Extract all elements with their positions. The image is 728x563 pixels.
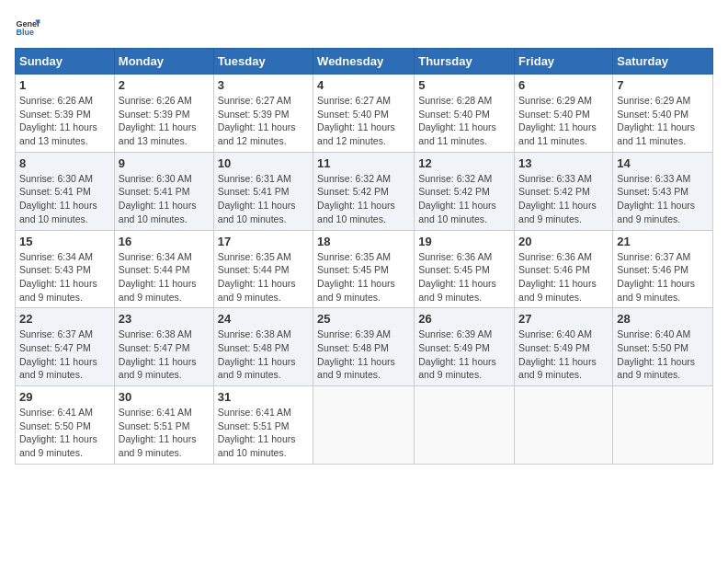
calendar-day-cell: 21Sunrise: 6:37 AMSunset: 5:46 PMDayligh… — [613, 230, 713, 308]
calendar-week-row: 8Sunrise: 6:30 AMSunset: 5:41 PMDaylight… — [16, 152, 713, 230]
logo: General Blue — [15, 15, 40, 40]
calendar-day-cell: 6Sunrise: 6:29 AMSunset: 5:40 PMDaylight… — [515, 75, 613, 153]
day-number: 19 — [418, 235, 510, 248]
calendar-day-cell: 30Sunrise: 6:41 AMSunset: 5:51 PMDayligh… — [114, 386, 213, 465]
day-number: 27 — [518, 312, 609, 326]
day-number: 11 — [317, 156, 410, 170]
day-info: Sunrise: 6:35 AMSunset: 5:44 PMDaylight:… — [218, 250, 309, 304]
day-number: 20 — [518, 235, 609, 248]
calendar-day-cell: 2Sunrise: 6:26 AMSunset: 5:39 PMDaylight… — [114, 75, 213, 153]
day-info: Sunrise: 6:36 AMSunset: 5:45 PMDaylight:… — [418, 250, 510, 304]
day-number: 6 — [518, 78, 609, 92]
calendar-table: SundayMondayTuesdayWednesdayThursdayFrid… — [15, 48, 713, 465]
day-info: Sunrise: 6:39 AMSunset: 5:48 PMDaylight:… — [317, 327, 410, 382]
day-number: 10 — [218, 156, 309, 170]
page-header: General Blue — [15, 15, 713, 40]
day-number: 25 — [317, 312, 410, 326]
calendar-day-cell — [313, 386, 415, 465]
calendar-day-cell: 23Sunrise: 6:38 AMSunset: 5:47 PMDayligh… — [114, 308, 213, 386]
day-number: 21 — [617, 235, 709, 248]
day-header-tuesday: Tuesday — [213, 49, 313, 75]
day-header-sunday: Sunday — [16, 49, 115, 75]
calendar-day-cell: 15Sunrise: 6:34 AMSunset: 5:43 PMDayligh… — [16, 230, 115, 308]
day-info: Sunrise: 6:26 AMSunset: 5:39 PMDaylight:… — [19, 94, 110, 148]
day-info: Sunrise: 6:28 AMSunset: 5:40 PMDaylight:… — [418, 94, 510, 148]
day-header-monday: Monday — [114, 49, 213, 75]
calendar-day-cell: 13Sunrise: 6:33 AMSunset: 5:42 PMDayligh… — [515, 152, 613, 230]
day-number: 28 — [617, 312, 709, 326]
day-number: 7 — [617, 78, 709, 92]
day-number: 22 — [19, 312, 110, 326]
day-number: 13 — [518, 156, 609, 170]
day-number: 8 — [19, 156, 110, 170]
calendar-day-cell: 10Sunrise: 6:31 AMSunset: 5:41 PMDayligh… — [213, 152, 313, 230]
day-info: Sunrise: 6:29 AMSunset: 5:40 PMDaylight:… — [617, 94, 709, 148]
day-header-saturday: Saturday — [613, 49, 713, 75]
svg-text:Blue: Blue — [16, 28, 34, 37]
day-header-wednesday: Wednesday — [313, 49, 415, 75]
day-number: 15 — [19, 235, 110, 248]
calendar-day-cell — [415, 386, 515, 465]
day-info: Sunrise: 6:30 AMSunset: 5:41 PMDaylight:… — [119, 172, 210, 226]
calendar-day-cell: 26Sunrise: 6:39 AMSunset: 5:49 PMDayligh… — [415, 308, 515, 386]
day-number: 30 — [119, 390, 210, 404]
day-number: 5 — [418, 78, 510, 92]
day-header-thursday: Thursday — [415, 49, 515, 75]
calendar-day-cell: 27Sunrise: 6:40 AMSunset: 5:49 PMDayligh… — [515, 308, 613, 386]
day-info: Sunrise: 6:33 AMSunset: 5:42 PMDaylight:… — [518, 172, 609, 226]
day-number: 12 — [418, 156, 510, 170]
calendar-day-cell: 18Sunrise: 6:35 AMSunset: 5:45 PMDayligh… — [313, 230, 415, 308]
day-info: Sunrise: 6:30 AMSunset: 5:41 PMDaylight:… — [19, 172, 110, 226]
calendar-day-cell: 14Sunrise: 6:33 AMSunset: 5:43 PMDayligh… — [613, 152, 713, 230]
calendar-week-row: 1Sunrise: 6:26 AMSunset: 5:39 PMDaylight… — [16, 75, 713, 153]
day-number: 16 — [119, 235, 210, 248]
day-info: Sunrise: 6:37 AMSunset: 5:47 PMDaylight:… — [19, 327, 110, 382]
day-number: 31 — [218, 390, 309, 404]
calendar-day-cell: 28Sunrise: 6:40 AMSunset: 5:50 PMDayligh… — [613, 308, 713, 386]
day-info: Sunrise: 6:32 AMSunset: 5:42 PMDaylight:… — [317, 172, 410, 226]
day-info: Sunrise: 6:41 AMSunset: 5:51 PMDaylight:… — [218, 406, 309, 460]
day-number: 17 — [218, 235, 309, 248]
day-number: 9 — [119, 156, 210, 170]
calendar-day-cell: 8Sunrise: 6:30 AMSunset: 5:41 PMDaylight… — [16, 152, 115, 230]
day-number: 14 — [617, 156, 709, 170]
day-info: Sunrise: 6:33 AMSunset: 5:43 PMDaylight:… — [617, 172, 709, 226]
calendar-day-cell: 3Sunrise: 6:27 AMSunset: 5:39 PMDaylight… — [213, 75, 313, 153]
day-info: Sunrise: 6:27 AMSunset: 5:40 PMDaylight:… — [317, 94, 410, 148]
calendar-day-cell: 17Sunrise: 6:35 AMSunset: 5:44 PMDayligh… — [213, 230, 313, 308]
day-info: Sunrise: 6:37 AMSunset: 5:46 PMDaylight:… — [617, 250, 709, 304]
logo-icon: General Blue — [15, 15, 40, 40]
day-info: Sunrise: 6:41 AMSunset: 5:51 PMDaylight:… — [119, 406, 210, 460]
day-number: 26 — [418, 312, 510, 326]
calendar-day-cell: 20Sunrise: 6:36 AMSunset: 5:46 PMDayligh… — [515, 230, 613, 308]
calendar-day-cell: 24Sunrise: 6:38 AMSunset: 5:48 PMDayligh… — [213, 308, 313, 386]
calendar-day-cell — [515, 386, 613, 465]
day-info: Sunrise: 6:36 AMSunset: 5:46 PMDaylight:… — [518, 250, 609, 304]
day-info: Sunrise: 6:40 AMSunset: 5:49 PMDaylight:… — [518, 327, 609, 382]
day-number: 1 — [19, 78, 110, 92]
calendar-day-cell: 4Sunrise: 6:27 AMSunset: 5:40 PMDaylight… — [313, 75, 415, 153]
day-number: 18 — [317, 235, 410, 248]
day-info: Sunrise: 6:38 AMSunset: 5:47 PMDaylight:… — [119, 327, 210, 382]
day-info: Sunrise: 6:39 AMSunset: 5:49 PMDaylight:… — [418, 327, 510, 382]
calendar-day-cell: 29Sunrise: 6:41 AMSunset: 5:50 PMDayligh… — [16, 386, 115, 465]
day-info: Sunrise: 6:26 AMSunset: 5:39 PMDaylight:… — [119, 94, 210, 148]
day-number: 2 — [119, 78, 210, 92]
day-info: Sunrise: 6:32 AMSunset: 5:42 PMDaylight:… — [418, 172, 510, 226]
day-info: Sunrise: 6:40 AMSunset: 5:50 PMDaylight:… — [617, 327, 709, 382]
calendar-week-row: 22Sunrise: 6:37 AMSunset: 5:47 PMDayligh… — [16, 308, 713, 386]
day-number: 4 — [317, 78, 410, 92]
calendar-day-cell: 1Sunrise: 6:26 AMSunset: 5:39 PMDaylight… — [16, 75, 115, 153]
calendar-day-cell: 11Sunrise: 6:32 AMSunset: 5:42 PMDayligh… — [313, 152, 415, 230]
day-info: Sunrise: 6:35 AMSunset: 5:45 PMDaylight:… — [317, 250, 410, 304]
day-info: Sunrise: 6:41 AMSunset: 5:50 PMDaylight:… — [19, 406, 110, 460]
calendar-day-cell: 5Sunrise: 6:28 AMSunset: 5:40 PMDaylight… — [415, 75, 515, 153]
calendar-week-row: 29Sunrise: 6:41 AMSunset: 5:50 PMDayligh… — [16, 386, 713, 465]
day-info: Sunrise: 6:27 AMSunset: 5:39 PMDaylight:… — [218, 94, 309, 148]
day-info: Sunrise: 6:29 AMSunset: 5:40 PMDaylight:… — [518, 94, 609, 148]
day-info: Sunrise: 6:34 AMSunset: 5:43 PMDaylight:… — [19, 250, 110, 304]
calendar-day-cell: 19Sunrise: 6:36 AMSunset: 5:45 PMDayligh… — [415, 230, 515, 308]
day-info: Sunrise: 6:34 AMSunset: 5:44 PMDaylight:… — [119, 250, 210, 304]
calendar-day-cell: 9Sunrise: 6:30 AMSunset: 5:41 PMDaylight… — [114, 152, 213, 230]
day-info: Sunrise: 6:38 AMSunset: 5:48 PMDaylight:… — [218, 327, 309, 382]
